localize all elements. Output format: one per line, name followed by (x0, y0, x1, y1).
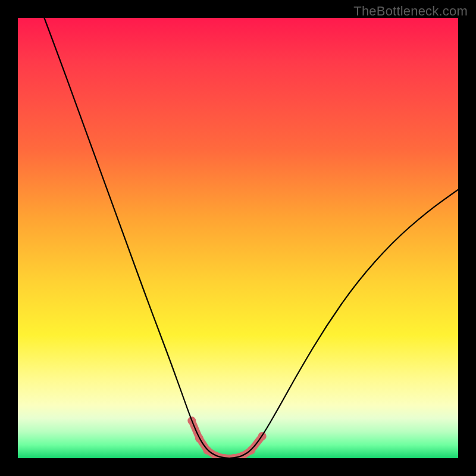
chart-svg (18, 18, 458, 458)
plot-area (18, 18, 458, 458)
chart-frame: TheBottleneck.com (0, 0, 476, 476)
watermark-text: TheBottleneck.com (353, 4, 468, 19)
bottleneck-curve (44, 18, 458, 458)
